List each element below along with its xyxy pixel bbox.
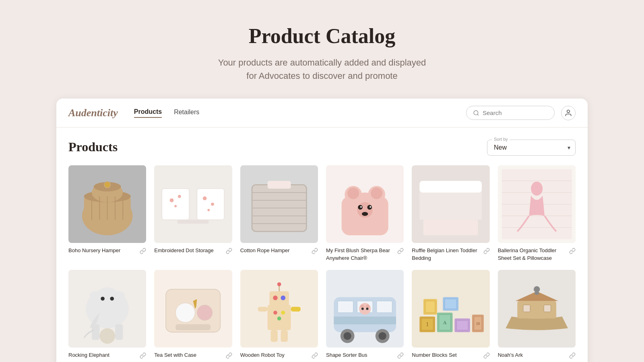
link-icon[interactable] — [483, 352, 490, 360]
link-icon[interactable] — [312, 352, 318, 360]
product-card[interactable]: Embroidered Dot Storage — [154, 165, 232, 262]
product-name: My First Blush Sherpa Bear Anywhere Chai… — [326, 247, 394, 261]
search-box[interactable] — [466, 106, 555, 120]
svg-rect-76 — [269, 291, 289, 307]
svg-point-63 — [110, 296, 114, 300]
product-info: My First Blush Sherpa Bear Anywhere Chai… — [326, 247, 404, 261]
svg-rect-50 — [423, 220, 478, 235]
products-title: Products — [68, 140, 118, 154]
svg-point-68 — [99, 328, 115, 344]
svg-rect-121 — [523, 305, 530, 312]
svg-point-61 — [94, 287, 121, 315]
product-card[interactable]: Cotton Rope Hamper — [240, 165, 318, 262]
link-icon[interactable] — [312, 248, 318, 256]
svg-rect-49 — [420, 181, 482, 193]
hero-title: Product Catalog — [8, 24, 636, 48]
svg-point-42 — [358, 205, 363, 210]
product-card[interactable]: Shape Sorter Bus — [326, 270, 404, 360]
svg-point-123 — [534, 286, 540, 292]
product-info: Boho Nursery Hamper — [68, 247, 146, 256]
svg-point-98 — [359, 303, 371, 315]
svg-rect-73 — [175, 324, 211, 330]
product-name: Shape Sorter Bus — [326, 352, 394, 359]
sort-dropdown[interactable]: Sort by New ▾ — [487, 140, 576, 156]
product-card[interactable]: Ruffle Belgian Linen Toddler Bedding — [412, 165, 489, 262]
product-info: Cotton Rope Hamper — [240, 247, 318, 256]
product-card[interactable]: Noah's Ark — [498, 270, 576, 360]
svg-rect-90 — [338, 301, 353, 313]
product-name: Number Blocks Set — [412, 352, 480, 359]
link-icon[interactable] — [226, 352, 232, 360]
svg-point-72 — [197, 305, 213, 321]
product-card[interactable]: 1 A 10 Number Blocks Set — [412, 270, 489, 360]
svg-point-77 — [273, 296, 278, 300]
product-image-bus — [326, 270, 404, 348]
product-card[interactable]: Ballerina Organic Toddler Sheet Set & Pi… — [498, 165, 576, 262]
product-name: Ballerina Organic Toddler Sheet Set & Pi… — [498, 247, 566, 261]
product-name: Embroidered Dot Storage — [154, 247, 222, 254]
product-name: Ruffle Belgian Linen Toddler Bedding — [412, 247, 480, 261]
product-image-ballerina — [498, 165, 576, 243]
product-grid: Boho Nursery Hamper Embroidered Dot Stor… — [68, 165, 576, 360]
product-name: Noah's Ark — [498, 352, 566, 359]
product-card[interactable]: My First Blush Sherpa Bear Anywhere Chai… — [326, 165, 404, 262]
svg-point-71 — [175, 303, 195, 322]
nav-products[interactable]: Products — [134, 108, 162, 118]
svg-rect-81 — [258, 307, 267, 312]
user-icon[interactable] — [561, 106, 576, 120]
search-input[interactable] — [483, 109, 548, 116]
product-image-blocks: 1 A 10 — [412, 270, 489, 348]
user-avatar-icon — [564, 109, 572, 117]
product-info: Shape Sorter Bus — [326, 352, 404, 360]
product-info: Embroidered Dot Storage — [154, 247, 232, 256]
catalog-container: Audenticity Products Retailers Products — [56, 99, 588, 362]
svg-point-39 — [347, 187, 359, 199]
product-name: Rocking Elephant — [68, 352, 136, 359]
svg-point-101 — [361, 307, 364, 310]
svg-point-85 — [273, 311, 277, 315]
svg-rect-92 — [377, 301, 392, 313]
link-icon[interactable] — [226, 248, 232, 256]
svg-point-23 — [208, 209, 210, 211]
product-image-linen — [412, 165, 489, 243]
product-info: Tea Set with Case — [154, 352, 232, 360]
product-card[interactable]: Wooden Robot Toy — [240, 270, 318, 360]
svg-point-78 — [281, 296, 285, 300]
svg-point-14 — [104, 182, 110, 188]
link-icon[interactable] — [569, 352, 576, 360]
svg-text:A: A — [443, 320, 447, 325]
sort-label: Sort by — [492, 137, 510, 142]
svg-point-18 — [170, 198, 174, 202]
svg-point-86 — [281, 311, 285, 315]
chevron-down-icon: ▾ — [568, 144, 570, 151]
product-card[interactable]: Boho Nursery Hamper — [68, 165, 146, 262]
svg-point-58 — [531, 182, 543, 196]
svg-rect-67 — [115, 324, 123, 340]
svg-point-102 — [366, 307, 369, 310]
product-card[interactable]: Rocking Elephant — [68, 270, 146, 360]
product-image-hamper — [68, 165, 146, 243]
svg-point-80 — [277, 282, 281, 286]
svg-point-96 — [378, 332, 386, 339]
link-icon[interactable] — [483, 248, 490, 256]
product-image-dot — [154, 165, 232, 243]
svg-point-45 — [360, 206, 362, 208]
link-icon[interactable] — [397, 352, 404, 360]
svg-rect-24 — [178, 220, 208, 224]
svg-point-124 — [535, 292, 539, 295]
product-card[interactable]: Tea Set with Case — [154, 270, 232, 360]
svg-rect-118 — [445, 299, 456, 309]
product-name: Wooden Robot Toy — [240, 352, 308, 359]
nav-retailers[interactable]: Retailers — [174, 109, 199, 117]
svg-rect-122 — [544, 305, 551, 312]
svg-point-40 — [371, 187, 382, 199]
link-icon[interactable] — [140, 248, 146, 256]
product-image-tea — [154, 270, 232, 348]
link-icon[interactable] — [140, 352, 146, 360]
product-info: Number Blocks Set — [412, 352, 489, 360]
svg-point-19 — [178, 195, 181, 198]
svg-rect-83 — [270, 330, 277, 342]
svg-point-2 — [567, 110, 570, 113]
link-icon[interactable] — [569, 248, 576, 256]
link-icon[interactable] — [397, 248, 404, 256]
